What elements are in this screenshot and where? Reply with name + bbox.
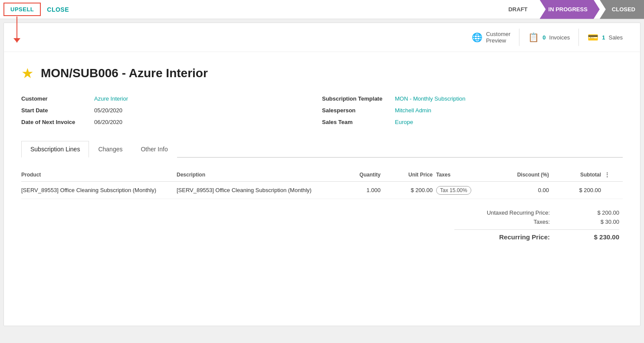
taxes-label: Taxes: <box>454 219 550 225</box>
cell-discount: 0.00 <box>500 187 549 193</box>
cell-taxes: Tax 15.00% <box>436 187 497 193</box>
col-header-unit-price: Unit Price <box>384 172 433 178</box>
status-closed[interactable]: CLOSED <box>600 0 644 19</box>
cell-description: [SERV_89553] Office Cleaning Subscriptio… <box>177 187 329 193</box>
field-subscription-template: Subscription Template MON - Monthly Subs… <box>322 95 623 102</box>
salesperson-label: Salesperson <box>322 107 391 114</box>
table-header: Product Description Quantity Unit Price … <box>21 168 623 182</box>
cell-quantity: 1.000 <box>332 187 381 193</box>
col-header-quantity: Quantity <box>332 172 381 178</box>
cell-subtotal: $ 200.00 <box>552 187 601 193</box>
customer-value[interactable]: Azure Interior <box>94 95 128 102</box>
tab-changes[interactable]: Changes <box>89 141 131 158</box>
recurring-label: Recurring Price: <box>454 233 550 241</box>
col-header-subtotal: Subtotal <box>552 172 601 178</box>
tab-subscription-lines[interactable]: Subscription Lines <box>21 141 89 158</box>
tax-badge: Tax 15.00% <box>436 186 471 195</box>
tabs: Subscription Lines Changes Other Info <box>21 141 623 158</box>
status-draft[interactable]: DRAFT <box>501 0 539 19</box>
subscription-template-label: Subscription Template <box>322 95 391 102</box>
col-header-taxes: Taxes <box>436 172 497 178</box>
start-date-value: 05/20/2020 <box>94 107 122 114</box>
customer-label: Customer <box>21 95 91 102</box>
col-header-menu: ⋮ <box>605 172 623 178</box>
invoices-label: Invoices <box>549 34 570 41</box>
cell-unit-price: $ 200.00 <box>384 187 433 193</box>
status-bar: DRAFT IN PROGRESS CLOSED <box>501 0 644 19</box>
sales-team-value[interactable]: Europe <box>395 119 413 125</box>
taxes-total-row: Taxes: $ 30.00 <box>454 219 619 225</box>
sales-team-label: Sales Team <box>322 119 391 125</box>
field-customer: Customer Azure Interior <box>21 95 322 102</box>
next-invoice-label: Date of Next Invoice <box>21 119 91 125</box>
field-start-date: Start Date 05/20/2020 <box>21 107 322 114</box>
main-content: 🌐 CustomerPreview 📋 0 Invoices 💳 1 Sales… <box>3 23 641 326</box>
untaxed-total-row: Untaxed Recurring Price: $ 200.00 <box>454 209 619 216</box>
tab-other-info[interactable]: Other Info <box>131 141 177 158</box>
untaxed-value: $ 200.00 <box>585 209 619 216</box>
globe-icon: 🌐 <box>472 32 483 42</box>
sales-button[interactable]: 💳 1 Sales <box>578 29 631 46</box>
close-button[interactable]: CLOSE <box>41 3 75 16</box>
col-header-discount: Discount (%) <box>500 172 549 178</box>
next-invoice-value: 06/20/2020 <box>94 119 122 125</box>
fields-grid: Customer Azure Interior Start Date 05/20… <box>21 95 623 131</box>
recurring-value: $ 230.00 <box>585 233 619 241</box>
totals-section: Untaxed Recurring Price: $ 200.00 Taxes:… <box>21 209 623 243</box>
invoice-icon: 📋 <box>528 32 539 42</box>
taxes-value: $ 30.00 <box>585 219 619 225</box>
field-sales-team: Sales Team Europe <box>322 119 623 125</box>
table-row: [SERV_89553] Office Cleaning Subscriptio… <box>21 182 623 199</box>
fields-left: Customer Azure Interior Start Date 05/20… <box>21 95 322 131</box>
customer-preview-label: CustomerPreview <box>486 31 510 44</box>
invoices-button[interactable]: 📋 0 Invoices <box>519 29 578 46</box>
untaxed-label: Untaxed Recurring Price: <box>454 209 550 216</box>
top-bar: UPSELL CLOSE DRAFT IN PROGRESS CLOSED <box>0 0 644 19</box>
sales-label: Sales <box>608 34 623 41</box>
col-header-description: Description <box>177 172 329 178</box>
sales-icon: 💳 <box>588 32 598 42</box>
field-salesperson: Salesperson Mitchell Admin <box>322 107 623 114</box>
salesperson-value[interactable]: Mitchell Admin <box>395 107 431 114</box>
field-next-invoice: Date of Next Invoice 06/20/2020 <box>21 119 322 125</box>
record-title-text: MON/SUB006 - Azure Interior <box>41 66 208 80</box>
subscription-template-value[interactable]: MON - Monthly Subscription <box>395 95 466 102</box>
start-date-label: Start Date <box>21 107 91 114</box>
recurring-total-row: Recurring Price: $ 230.00 <box>454 229 619 241</box>
top-bar-left: UPSELL CLOSE <box>0 3 501 16</box>
form-area: ★ MON/SUB006 - Azure Interior Customer A… <box>4 52 640 256</box>
customer-preview-button[interactable]: 🌐 CustomerPreview <box>463 27 519 47</box>
col-header-product: Product <box>21 172 173 178</box>
favorite-star-icon[interactable]: ★ <box>21 65 34 82</box>
cell-product[interactable]: [SERV_89553] Office Cleaning Subscriptio… <box>21 187 173 193</box>
record-title: ★ MON/SUB006 - Azure Interior <box>21 65 623 82</box>
sub-toolbar: 🌐 CustomerPreview 📋 0 Invoices 💳 1 Sales <box>4 23 640 52</box>
fields-right: Subscription Template MON - Monthly Subs… <box>322 95 623 131</box>
status-in-progress[interactable]: IN PROGRESS <box>540 0 600 19</box>
upsell-button[interactable]: UPSELL <box>3 3 41 16</box>
sales-count: 1 <box>602 34 605 41</box>
table-container: Product Description Quantity Unit Price … <box>21 168 623 199</box>
invoices-count: 0 <box>542 34 545 41</box>
